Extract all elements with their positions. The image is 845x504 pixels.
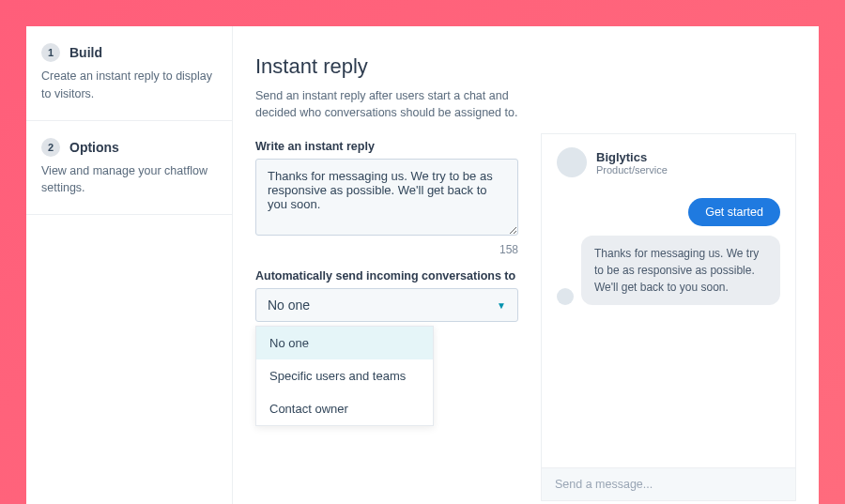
dropdown-option-specific[interactable]: Specific users and teams <box>256 359 433 392</box>
step-header: 2 Options <box>41 138 217 157</box>
message-bubble: Thanks for messaging us. We try to be as… <box>581 236 780 305</box>
company-subtitle: Product/service <box>596 164 668 176</box>
route-dropdown: No one Specific users and teams Contact … <box>255 326 434 426</box>
dropdown-option-no-one[interactable]: No one <box>256 327 433 359</box>
step-number: 1 <box>41 43 60 62</box>
main-card: 1 Build Create an instant reply to displ… <box>26 26 819 504</box>
step-number: 2 <box>41 138 60 157</box>
compose-input[interactable]: Send a message... <box>542 467 795 500</box>
company-block: Biglytics Product/service <box>596 150 668 176</box>
preview-header: Biglytics Product/service <box>542 134 795 191</box>
sidebar: 1 Build Create an instant reply to displ… <box>26 26 233 504</box>
preview-body: Get started Thanks for messaging us. We … <box>542 191 795 467</box>
get-started-button[interactable]: Get started <box>688 198 780 226</box>
route-label: Automatically send incoming conversation… <box>255 269 518 283</box>
page-subhead: Send an instant reply after users start … <box>255 88 518 121</box>
avatar <box>557 147 587 177</box>
route-select-value: No one <box>268 298 310 313</box>
page-title: Instant reply <box>255 54 518 79</box>
step-description: Create an instant reply to display to vi… <box>41 68 217 103</box>
chat-preview: Biglytics Product/service Get started Th… <box>541 133 796 501</box>
dropdown-option-owner[interactable]: Contact owner <box>256 392 433 425</box>
route-select[interactable]: No one ▼ <box>255 288 518 322</box>
step-options[interactable]: 2 Options View and manage your chatflow … <box>26 121 232 216</box>
step-header: 1 Build <box>41 43 217 62</box>
write-reply-label: Write an instant reply <box>255 140 518 153</box>
step-title: Build <box>69 45 102 60</box>
avatar-small <box>557 288 574 305</box>
caret-down-icon: ▼ <box>497 300 506 311</box>
message-row: Thanks for messaging us. We try to be as… <box>557 236 780 305</box>
reply-textarea[interactable] <box>255 159 518 236</box>
route-select-wrap: No one ▼ No one Specific users and teams… <box>255 288 518 322</box>
char-counter: 158 <box>255 243 518 256</box>
form-column: Instant reply Send an instant reply afte… <box>255 54 518 504</box>
main-content: Instant reply Send an instant reply afte… <box>233 26 819 504</box>
step-build[interactable]: 1 Build Create an instant reply to displ… <box>26 26 232 121</box>
step-description: View and manage your chatflow settings. <box>41 162 217 198</box>
step-title: Options <box>69 140 119 155</box>
company-name: Biglytics <box>596 150 668 164</box>
